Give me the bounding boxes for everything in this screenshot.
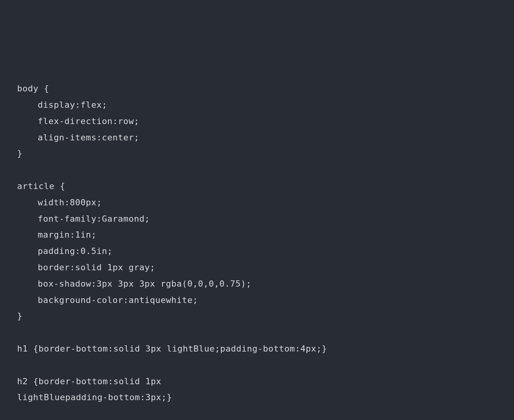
code-line[interactable]: body {	[17, 80, 497, 97]
code-line[interactable]: background-color:antiquewhite;	[17, 292, 497, 308]
code-line[interactable]	[17, 357, 497, 373]
code-line[interactable]: width:800px;	[17, 194, 497, 211]
code-line[interactable]: lightBluepadding-bottom:3px;}	[17, 389, 497, 406]
code-editor-viewport[interactable]: body {display:flex;flex-direction:row;al…	[17, 80, 497, 420]
code-line[interactable]: h2 {border-bottom:solid 1px	[17, 373, 497, 390]
code-line[interactable]: box-shadow:3px 3px 3px rgba(0,0,0,0.75);	[17, 276, 497, 292]
code-line[interactable]	[17, 324, 497, 341]
code-line[interactable]: }	[17, 145, 497, 162]
code-line[interactable]	[17, 406, 497, 420]
code-line[interactable]: font-family:Garamond;	[17, 211, 497, 227]
code-line[interactable]: margin:1in;	[17, 227, 497, 243]
code-line[interactable]: align-items:center;	[17, 130, 497, 146]
code-line[interactable]: flex-direction:row;	[17, 113, 497, 130]
code-line[interactable]: h1 {border-bottom:solid 3px lightBlue;pa…	[17, 341, 497, 357]
code-line[interactable]: padding:0.5in;	[17, 243, 497, 259]
code-line[interactable]: display:flex;	[17, 97, 497, 113]
code-line[interactable]: article {	[17, 178, 497, 194]
code-line[interactable]: }	[17, 308, 497, 324]
code-line[interactable]: border:solid 1px gray;	[17, 259, 497, 276]
code-line[interactable]	[17, 162, 497, 178]
